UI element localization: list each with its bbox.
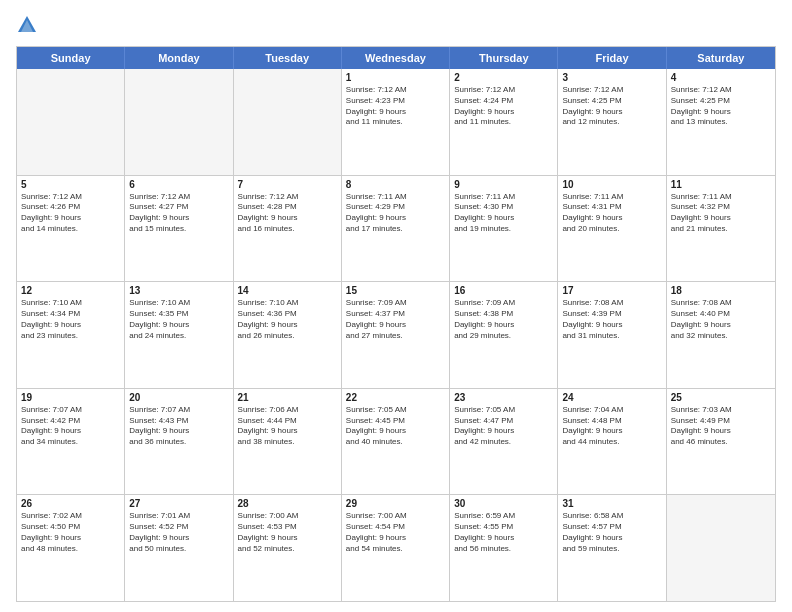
calendar-cell: 8Sunrise: 7:11 AM Sunset: 4:29 PM Daylig…: [342, 176, 450, 282]
calendar-cell: 3Sunrise: 7:12 AM Sunset: 4:25 PM Daylig…: [558, 69, 666, 175]
calendar-cell: [667, 495, 775, 601]
cell-info: Sunrise: 7:09 AM Sunset: 4:37 PM Dayligh…: [346, 298, 445, 341]
calendar-cell: 26Sunrise: 7:02 AM Sunset: 4:50 PM Dayli…: [17, 495, 125, 601]
calendar-cell: 29Sunrise: 7:00 AM Sunset: 4:54 PM Dayli…: [342, 495, 450, 601]
day-number: 3: [562, 72, 661, 83]
header: [16, 14, 776, 36]
calendar-cell: 23Sunrise: 7:05 AM Sunset: 4:47 PM Dayli…: [450, 389, 558, 495]
calendar-cell: 18Sunrise: 7:08 AM Sunset: 4:40 PM Dayli…: [667, 282, 775, 388]
day-number: 2: [454, 72, 553, 83]
day-number: 24: [562, 392, 661, 403]
day-number: 23: [454, 392, 553, 403]
cell-info: Sunrise: 7:04 AM Sunset: 4:48 PM Dayligh…: [562, 405, 661, 448]
calendar-row: 1Sunrise: 7:12 AM Sunset: 4:23 PM Daylig…: [17, 69, 775, 175]
cell-info: Sunrise: 7:08 AM Sunset: 4:40 PM Dayligh…: [671, 298, 771, 341]
calendar-header-cell: Wednesday: [342, 47, 450, 69]
calendar-cell: 12Sunrise: 7:10 AM Sunset: 4:34 PM Dayli…: [17, 282, 125, 388]
day-number: 13: [129, 285, 228, 296]
cell-info: Sunrise: 7:05 AM Sunset: 4:47 PM Dayligh…: [454, 405, 553, 448]
cell-info: Sunrise: 7:11 AM Sunset: 4:29 PM Dayligh…: [346, 192, 445, 235]
calendar-cell: 24Sunrise: 7:04 AM Sunset: 4:48 PM Dayli…: [558, 389, 666, 495]
calendar-header-cell: Sunday: [17, 47, 125, 69]
cell-info: Sunrise: 7:09 AM Sunset: 4:38 PM Dayligh…: [454, 298, 553, 341]
calendar-header-cell: Saturday: [667, 47, 775, 69]
calendar-header-cell: Monday: [125, 47, 233, 69]
calendar-cell: 14Sunrise: 7:10 AM Sunset: 4:36 PM Dayli…: [234, 282, 342, 388]
day-number: 28: [238, 498, 337, 509]
cell-info: Sunrise: 7:12 AM Sunset: 4:26 PM Dayligh…: [21, 192, 120, 235]
cell-info: Sunrise: 7:02 AM Sunset: 4:50 PM Dayligh…: [21, 511, 120, 554]
day-number: 19: [21, 392, 120, 403]
day-number: 18: [671, 285, 771, 296]
calendar-cell: [125, 69, 233, 175]
cell-info: Sunrise: 7:10 AM Sunset: 4:35 PM Dayligh…: [129, 298, 228, 341]
day-number: 21: [238, 392, 337, 403]
day-number: 26: [21, 498, 120, 509]
day-number: 1: [346, 72, 445, 83]
cell-info: Sunrise: 7:12 AM Sunset: 4:28 PM Dayligh…: [238, 192, 337, 235]
cell-info: Sunrise: 7:11 AM Sunset: 4:30 PM Dayligh…: [454, 192, 553, 235]
day-number: 8: [346, 179, 445, 190]
calendar-cell: 15Sunrise: 7:09 AM Sunset: 4:37 PM Dayli…: [342, 282, 450, 388]
calendar-cell: 20Sunrise: 7:07 AM Sunset: 4:43 PM Dayli…: [125, 389, 233, 495]
day-number: 20: [129, 392, 228, 403]
day-number: 27: [129, 498, 228, 509]
day-number: 22: [346, 392, 445, 403]
calendar-cell: 17Sunrise: 7:08 AM Sunset: 4:39 PM Dayli…: [558, 282, 666, 388]
day-number: 6: [129, 179, 228, 190]
day-number: 29: [346, 498, 445, 509]
calendar-cell: 5Sunrise: 7:12 AM Sunset: 4:26 PM Daylig…: [17, 176, 125, 282]
calendar-cell: 1Sunrise: 7:12 AM Sunset: 4:23 PM Daylig…: [342, 69, 450, 175]
calendar-cell: 2Sunrise: 7:12 AM Sunset: 4:24 PM Daylig…: [450, 69, 558, 175]
cell-info: Sunrise: 7:10 AM Sunset: 4:36 PM Dayligh…: [238, 298, 337, 341]
calendar-header-cell: Tuesday: [234, 47, 342, 69]
cell-info: Sunrise: 7:00 AM Sunset: 4:54 PM Dayligh…: [346, 511, 445, 554]
calendar-cell: 7Sunrise: 7:12 AM Sunset: 4:28 PM Daylig…: [234, 176, 342, 282]
calendar-header-cell: Thursday: [450, 47, 558, 69]
calendar-cell: 31Sunrise: 6:58 AM Sunset: 4:57 PM Dayli…: [558, 495, 666, 601]
day-number: 15: [346, 285, 445, 296]
cell-info: Sunrise: 7:05 AM Sunset: 4:45 PM Dayligh…: [346, 405, 445, 448]
calendar-cell: 30Sunrise: 6:59 AM Sunset: 4:55 PM Dayli…: [450, 495, 558, 601]
calendar: SundayMondayTuesdayWednesdayThursdayFrid…: [16, 46, 776, 602]
cell-info: Sunrise: 7:08 AM Sunset: 4:39 PM Dayligh…: [562, 298, 661, 341]
cell-info: Sunrise: 7:12 AM Sunset: 4:23 PM Dayligh…: [346, 85, 445, 128]
day-number: 30: [454, 498, 553, 509]
calendar-cell: 21Sunrise: 7:06 AM Sunset: 4:44 PM Dayli…: [234, 389, 342, 495]
logo: [16, 14, 42, 36]
day-number: 9: [454, 179, 553, 190]
cell-info: Sunrise: 7:00 AM Sunset: 4:53 PM Dayligh…: [238, 511, 337, 554]
calendar-row: 26Sunrise: 7:02 AM Sunset: 4:50 PM Dayli…: [17, 494, 775, 601]
calendar-cell: 22Sunrise: 7:05 AM Sunset: 4:45 PM Dayli…: [342, 389, 450, 495]
calendar-cell: 9Sunrise: 7:11 AM Sunset: 4:30 PM Daylig…: [450, 176, 558, 282]
cell-info: Sunrise: 7:11 AM Sunset: 4:32 PM Dayligh…: [671, 192, 771, 235]
calendar-cell: 4Sunrise: 7:12 AM Sunset: 4:25 PM Daylig…: [667, 69, 775, 175]
day-number: 4: [671, 72, 771, 83]
calendar-header: SundayMondayTuesdayWednesdayThursdayFrid…: [17, 47, 775, 69]
calendar-cell: 28Sunrise: 7:00 AM Sunset: 4:53 PM Dayli…: [234, 495, 342, 601]
cell-info: Sunrise: 7:12 AM Sunset: 4:25 PM Dayligh…: [671, 85, 771, 128]
logo-icon: [16, 14, 38, 36]
calendar-cell: 13Sunrise: 7:10 AM Sunset: 4:35 PM Dayli…: [125, 282, 233, 388]
calendar-body: 1Sunrise: 7:12 AM Sunset: 4:23 PM Daylig…: [17, 69, 775, 601]
day-number: 10: [562, 179, 661, 190]
calendar-row: 12Sunrise: 7:10 AM Sunset: 4:34 PM Dayli…: [17, 281, 775, 388]
cell-info: Sunrise: 7:12 AM Sunset: 4:25 PM Dayligh…: [562, 85, 661, 128]
page: SundayMondayTuesdayWednesdayThursdayFrid…: [0, 0, 792, 612]
cell-info: Sunrise: 7:07 AM Sunset: 4:43 PM Dayligh…: [129, 405, 228, 448]
calendar-row: 5Sunrise: 7:12 AM Sunset: 4:26 PM Daylig…: [17, 175, 775, 282]
cell-info: Sunrise: 7:12 AM Sunset: 4:27 PM Dayligh…: [129, 192, 228, 235]
day-number: 17: [562, 285, 661, 296]
calendar-cell: 6Sunrise: 7:12 AM Sunset: 4:27 PM Daylig…: [125, 176, 233, 282]
day-number: 7: [238, 179, 337, 190]
calendar-row: 19Sunrise: 7:07 AM Sunset: 4:42 PM Dayli…: [17, 388, 775, 495]
day-number: 31: [562, 498, 661, 509]
day-number: 12: [21, 285, 120, 296]
calendar-cell: 19Sunrise: 7:07 AM Sunset: 4:42 PM Dayli…: [17, 389, 125, 495]
cell-info: Sunrise: 6:58 AM Sunset: 4:57 PM Dayligh…: [562, 511, 661, 554]
cell-info: Sunrise: 7:01 AM Sunset: 4:52 PM Dayligh…: [129, 511, 228, 554]
day-number: 16: [454, 285, 553, 296]
calendar-cell: [17, 69, 125, 175]
day-number: 25: [671, 392, 771, 403]
day-number: 14: [238, 285, 337, 296]
